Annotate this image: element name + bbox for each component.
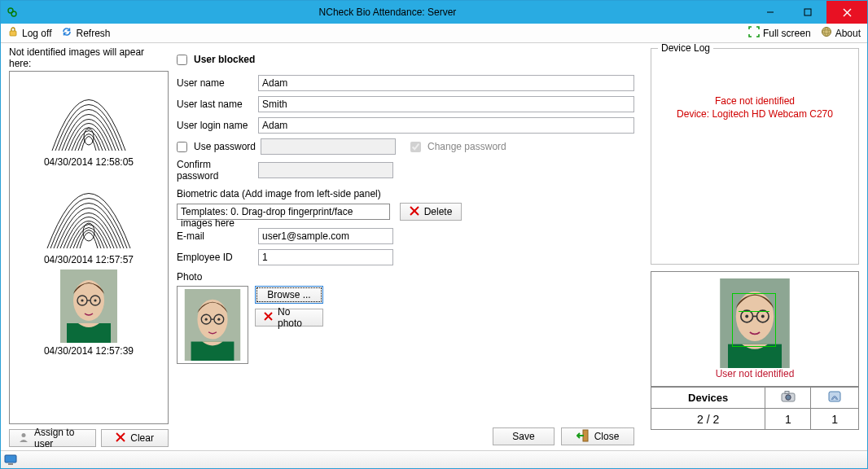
x-icon <box>116 432 125 445</box>
close-button[interactable]: Close <box>561 427 634 445</box>
delete-label: Delete <box>424 206 453 217</box>
list-item[interactable]: 04/30/2014 12:58:05 <box>10 73 168 168</box>
fullscreen-button[interactable]: Full screen <box>745 25 814 41</box>
svg-rect-48 <box>5 455 16 462</box>
no-photo-button[interactable]: No photo <box>255 309 323 327</box>
user-icon <box>18 432 29 445</box>
left-buttons: Assign to user Clear <box>9 429 169 447</box>
device-log-message-1: Face not identified <box>715 94 795 107</box>
list-item[interactable]: 04/30/2014 12:57:57 <box>10 171 168 265</box>
svg-point-31 <box>217 318 220 321</box>
clear-button[interactable]: Clear <box>101 429 169 447</box>
devices-header: Devices <box>651 388 765 409</box>
titlebar: NCheck Bio Attendance: Server <box>1 1 867 24</box>
refresh-button[interactable]: Refresh <box>58 25 113 41</box>
camera-preview: User not identified <box>651 271 859 387</box>
logoff-label: Log off <box>22 28 51 39</box>
refresh-label: Refresh <box>76 28 110 39</box>
fullscreen-icon <box>748 26 760 40</box>
svg-point-18 <box>94 299 96 301</box>
face-detection-rect <box>732 293 776 347</box>
svg-point-45 <box>786 395 791 400</box>
window-close-button[interactable] <box>826 1 867 24</box>
biometric-row: Templates: 0. Drag-drop fingerprint/face… <box>177 203 634 221</box>
last-name-input[interactable] <box>258 96 634 112</box>
close-label: Close <box>594 431 620 442</box>
face-eyes-line <box>739 311 769 313</box>
svg-point-7 <box>822 28 831 37</box>
left-panel: Not identified images will apear here: 0… <box>1 43 172 450</box>
minimize-button[interactable] <box>752 1 789 24</box>
toolbar: Log off Refresh Full screen About <box>1 24 867 43</box>
left-panel-header: Not identified images will apear here: <box>9 46 169 69</box>
photo-thumbnail <box>177 286 248 364</box>
employee-id-label: Employee ID <box>177 252 255 263</box>
camera-count-cell: 1 <box>765 409 811 430</box>
user-name-input[interactable] <box>258 75 634 91</box>
form-bottom-buttons: Save Close <box>493 427 634 445</box>
x-icon <box>264 312 273 323</box>
window-buttons <box>752 1 867 24</box>
svg-point-1 <box>11 11 16 16</box>
svg-rect-6 <box>10 31 16 36</box>
fingerprint-icon-header <box>811 388 859 409</box>
x-icon <box>410 206 419 218</box>
change-password-label: Change password <box>427 141 506 152</box>
login-label: User login name <box>177 120 255 131</box>
svg-rect-47 <box>829 392 840 401</box>
svg-rect-49 <box>8 463 13 465</box>
biometric-label: Biometric data (Add image from left-side… <box>177 188 634 199</box>
camera-icon-header <box>765 388 811 409</box>
svg-point-10 <box>84 129 94 145</box>
svg-point-30 <box>205 318 208 321</box>
save-button[interactable]: Save <box>493 427 555 445</box>
thumbnail-list[interactable]: 04/30/2014 12:58:05 04/30/2014 12:57:57 … <box>9 71 169 424</box>
device-log-message-2: Device: Logitech HD Webcam C270 <box>677 107 833 121</box>
user-blocked-row: User blocked <box>177 48 634 71</box>
about-button[interactable]: About <box>818 25 864 41</box>
fingerprint-thumbnail <box>40 73 138 155</box>
refresh-icon <box>61 26 72 40</box>
camera-image <box>714 278 796 368</box>
change-password-row: Change password <box>410 141 506 152</box>
confirm-password-label: Confirm password <box>177 159 255 182</box>
employee-id-input[interactable] <box>258 249 393 265</box>
photo-label: Photo <box>177 271 634 283</box>
camera-caption: User not identified <box>716 368 795 379</box>
assign-to-user-button[interactable]: Assign to user <box>9 429 96 447</box>
app-window: NCheck Bio Attendance: Server Log off Re… <box>0 0 868 469</box>
assign-label: Assign to user <box>34 427 87 449</box>
password-input <box>261 138 396 155</box>
email-input[interactable] <box>258 228 393 244</box>
devices-count-cell: 2 / 2 <box>651 409 765 430</box>
door-exit-icon <box>576 429 590 445</box>
use-password-label: Use password <box>194 141 257 152</box>
thumbnail-caption: 04/30/2014 12:57:39 <box>44 345 134 357</box>
lock-icon <box>7 26 19 40</box>
user-form: User blocked User name User last name Us… <box>172 43 646 450</box>
email-label: E-mail <box>177 230 255 242</box>
user-blocked-label: User blocked <box>194 54 255 65</box>
svg-rect-46 <box>785 392 789 394</box>
browse-button[interactable]: Browse ... <box>255 286 323 304</box>
svg-point-20 <box>22 433 26 437</box>
no-photo-label: No photo <box>278 306 314 329</box>
logoff-button[interactable]: Log off <box>4 25 55 41</box>
device-log-title: Device Log <box>658 43 713 54</box>
last-name-label: User last name <box>177 99 255 110</box>
browse-label: Browse ... <box>267 289 310 300</box>
delete-button[interactable]: Delete <box>400 203 462 221</box>
about-label: About <box>835 28 861 39</box>
thumbnail-caption: 04/30/2014 12:58:05 <box>44 156 134 168</box>
maximize-button[interactable] <box>789 1 826 24</box>
list-item[interactable]: 04/30/2014 12:57:39 <box>10 269 168 357</box>
user-name-label: User name <box>177 77 255 89</box>
save-label: Save <box>512 431 534 442</box>
use-password-checkbox[interactable] <box>177 142 187 152</box>
login-input[interactable] <box>258 117 634 134</box>
svg-rect-3 <box>804 9 811 15</box>
biometric-drop-area[interactable]: Templates: 0. Drag-drop fingerprint/face… <box>177 204 390 220</box>
user-blocked-checkbox[interactable] <box>177 55 187 65</box>
app-icon <box>1 7 24 18</box>
photo-area: Browse ... No photo <box>177 286 634 364</box>
